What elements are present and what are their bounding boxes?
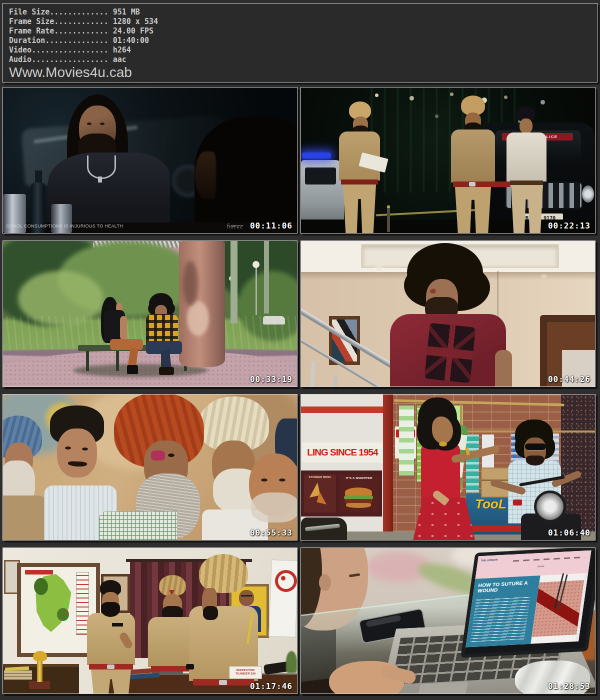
media-info-header: File Size............. 951 MB Frame Size… xyxy=(2,3,598,82)
info-row-filesize: File Size............. 951 MB xyxy=(9,8,597,17)
belt-buckle xyxy=(219,680,227,685)
white-stubble xyxy=(251,492,298,522)
trophy-column xyxy=(37,659,42,682)
khaki-shoulder xyxy=(2,496,48,540)
poster-text: IT'S A WHOPPER xyxy=(340,476,378,480)
trunk-bark-patch xyxy=(187,301,209,336)
timestamp: 00:22:13 xyxy=(548,222,590,230)
green-check-shirt xyxy=(99,512,177,540)
person-ear xyxy=(319,574,331,591)
info-value: aac xyxy=(113,55,126,64)
timestamp: 00:55:33 xyxy=(250,529,292,537)
info-row-duration: Duration.............. 01:40:00 xyxy=(9,36,597,46)
street-light-bokeh xyxy=(375,94,378,97)
steel-tumbler xyxy=(51,204,72,233)
officer-3-turban xyxy=(199,554,248,593)
gold-necklace xyxy=(439,442,447,446)
info-label: Duration.............. xyxy=(9,36,108,45)
man-shoe xyxy=(159,367,174,375)
poster-text: STUNNER MENU xyxy=(305,476,335,478)
timestamp: 01:17:46 xyxy=(250,682,292,690)
info-label: Audio................. xyxy=(9,55,108,64)
silver-chain xyxy=(87,156,116,179)
barrier-pole xyxy=(387,206,390,232)
screenshot-7-office-scene: INSPECTOR TAJINDER SIN 01:17:46 xyxy=(2,548,298,694)
speaker-eye xyxy=(168,454,174,457)
bench-legs xyxy=(86,351,89,371)
sunglasses xyxy=(525,444,546,450)
suv-headlight xyxy=(582,186,594,202)
policeman-1-belt xyxy=(341,180,378,184)
health-warning-text: COHOL CONSUMPTIONS IS INJURIOUS TO HEALT… xyxy=(6,224,123,228)
woman-arm xyxy=(120,316,127,340)
civilian-face xyxy=(520,118,532,134)
info-value: h264 xyxy=(113,46,131,54)
thin-tree-trunk xyxy=(264,241,269,314)
railing-baluster xyxy=(310,361,316,387)
storefront-sign: LING SINCE 1954 xyxy=(302,442,383,462)
info-label: Video................. xyxy=(9,46,108,54)
woman-boot xyxy=(127,365,138,374)
screenshot-4-indoor-scene: 00:44:26 xyxy=(300,240,596,387)
cart-text: TooL xyxy=(475,498,506,510)
lamp-post xyxy=(256,267,257,315)
police-beacon xyxy=(302,152,331,158)
screenshot-grid: COHOL CONSUMPTIONS IS INJURIOUS TO HEALT… xyxy=(2,87,598,694)
officer-3-beard xyxy=(203,606,218,620)
map-forest-patch xyxy=(34,578,48,595)
laptop-trackpad xyxy=(418,682,468,694)
face-bruise xyxy=(430,289,436,294)
site-watermark: Www.Movies4u.cab xyxy=(9,65,597,80)
info-label: Frame Size............ xyxy=(9,17,108,26)
timestamp: 00:11:06 xyxy=(250,222,292,230)
emblem-center xyxy=(281,576,286,580)
laptop-screen: THE LONDON Home HOW TO SUTURE A WOUND xyxy=(460,548,596,658)
police-emblem xyxy=(275,570,297,592)
info-row-framerate: Frame Rate............ 24.00 FPS xyxy=(9,26,597,36)
info-value: 951 MB xyxy=(113,8,140,16)
subtitle-fragment: ਮਿਲਾਵਟ xyxy=(227,224,243,229)
cart-red-stripe xyxy=(469,526,529,532)
tshirt-flag-print xyxy=(424,322,476,383)
webpage-body-text xyxy=(470,596,530,642)
info-row-audio: Audio................. aac xyxy=(9,55,597,64)
hanging-sachets xyxy=(466,434,479,492)
trunk-bark-patch xyxy=(183,261,198,306)
nameplate-line2: TAJINDER SIN xyxy=(230,672,262,676)
screenshot-1-bar-scene: COHOL CONSUMPTIONS IS INJURIOUS TO HEALT… xyxy=(2,87,298,234)
policeman-2-belt xyxy=(453,182,510,187)
screenshot-6-street-scene: LING SINCE 1954 STUNNER MENU IT'S A WHOP… xyxy=(300,394,596,540)
map-forest-patch xyxy=(57,608,69,621)
thin-tree-trunk xyxy=(230,241,238,324)
info-value: 1280 x 534 xyxy=(113,17,158,26)
screenshot-2-police-scene: PUNJAB POLICE PB 230 9170 00:22:13 xyxy=(300,87,596,234)
man-arm xyxy=(495,350,512,386)
timestamp: 01:28:53 xyxy=(548,682,590,690)
belt-buckle xyxy=(469,182,476,186)
trophy-base xyxy=(29,681,50,689)
young-man-face xyxy=(57,428,97,478)
file-stack xyxy=(4,670,32,680)
screenshot-5-crowd-scene: 00:55:33 xyxy=(2,394,298,540)
info-row-video: Video................. h264 xyxy=(9,46,597,55)
info-label: File Size............. xyxy=(9,8,108,16)
info-label: Frame Rate............ xyxy=(9,26,108,36)
burger-bun-bottom xyxy=(346,503,371,508)
info-value: 24.00 FPS xyxy=(113,26,154,36)
info-row-framesize: Frame Size............ 1280 x 534 xyxy=(9,17,597,26)
wrist-watch xyxy=(186,664,194,670)
civilian-white-shirt xyxy=(506,132,546,182)
portrait-glasses xyxy=(241,595,252,596)
motorcycle-red-accent xyxy=(513,500,522,506)
red-pillar xyxy=(383,394,393,540)
screenshot-3-park-scene: 00:33:19 xyxy=(2,240,298,387)
info-value: 01:40:00 xyxy=(113,36,149,45)
screenshot-8-laptop-scene: THE LONDON Home HOW TO SUTURE A WOUND 01… xyxy=(300,548,596,694)
desk-nameplate: INSPECTOR TAJINDER SIN xyxy=(229,666,262,679)
map-title-strip xyxy=(25,570,53,574)
storefront-red-band xyxy=(301,406,384,413)
officer-1-beard xyxy=(101,602,120,617)
timestamp: 00:44:26 xyxy=(548,376,590,384)
nameplate-line1: INSPECTOR xyxy=(230,668,262,672)
trophy-top xyxy=(33,651,47,661)
